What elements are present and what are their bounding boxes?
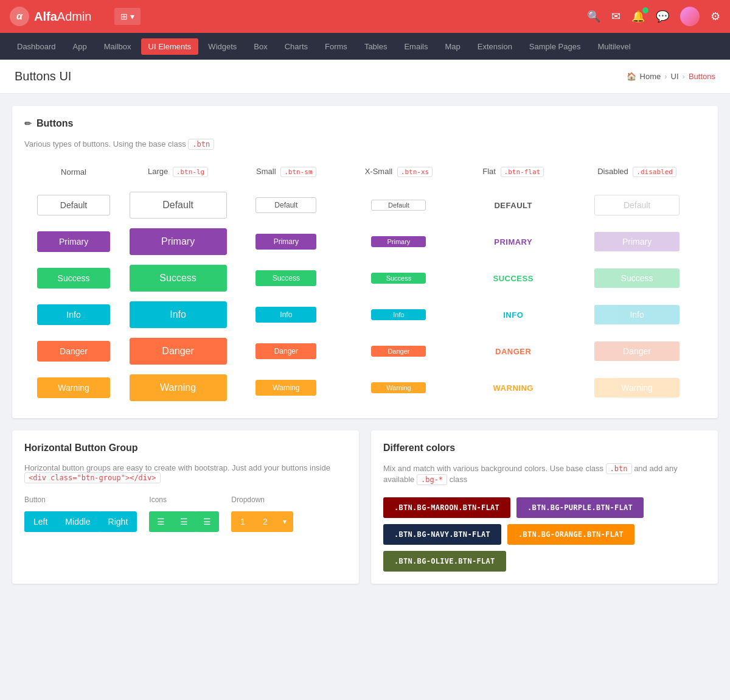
dropdown-btn-2[interactable]: 2 <box>254 511 276 532</box>
nav-dashboard[interactable]: Dashboard <box>10 38 63 55</box>
col-flat: Flat .btn-flat <box>458 162 568 187</box>
edit-icon: ✏ <box>24 119 32 128</box>
nav-charts[interactable]: Charts <box>277 38 315 55</box>
avatar[interactable] <box>680 7 700 26</box>
alfa-icon: α <box>10 7 29 26</box>
group-label-icons: Icons <box>149 495 219 504</box>
grid-chevron: ▾ <box>130 12 134 21</box>
btn-bg-orange[interactable]: .BTN.BG-ORANGE.BTN-FLAT <box>507 524 634 545</box>
gear-icon[interactable]: ⚙ <box>711 10 720 23</box>
btn-info-xsmall[interactable]: Info <box>371 309 426 320</box>
btn-danger-flat[interactable]: DANGER <box>477 342 550 361</box>
table-row: Default Default Default Default DEFAULT … <box>24 187 706 223</box>
btn-icon-1[interactable]: ☰ <box>149 511 172 532</box>
btn-primary-normal[interactable]: Primary <box>37 231 110 252</box>
col-large: Large .btn-lg <box>123 162 233 187</box>
breadcrumb-ui[interactable]: UI <box>671 72 679 81</box>
btn-left[interactable]: Left <box>24 511 56 532</box>
page-header: Buttons UI 🏠 Home › UI › Buttons <box>0 60 730 94</box>
avatar-image <box>680 7 700 26</box>
btn-primary-xsmall[interactable]: Primary <box>371 236 426 247</box>
btn-info-flat[interactable]: INFO <box>477 306 550 324</box>
btn-success-large[interactable]: Success <box>130 265 227 292</box>
btn-warning-disabled: Warning <box>594 378 680 397</box>
btn-success-xsmall[interactable]: Success <box>371 273 426 284</box>
nav-app[interactable]: App <box>66 38 94 55</box>
breadcrumb-current: Buttons <box>689 72 715 81</box>
mail-icon[interactable]: ✉ <box>611 10 620 23</box>
nav-ui-elements[interactable]: UI Elements <box>141 38 199 55</box>
nav-multilevel[interactable]: Multilevel <box>590 38 638 55</box>
btn-default-large[interactable]: Default <box>130 192 227 219</box>
btn-default-small[interactable]: Default <box>255 197 316 213</box>
btn-bg-navy[interactable]: .BTN.BG-NAVY.BTN-FLAT <box>383 524 501 545</box>
different-colors-card: Different colors Mix and match with vari… <box>371 430 718 584</box>
btn-info-normal[interactable]: Info <box>37 304 110 325</box>
breadcrumb-sep1: › <box>664 72 667 81</box>
col-xsmall: X-Small .btn-xs <box>339 162 459 187</box>
secondary-navigation: Dashboard App Mailbox UI Elements Widget… <box>0 33 730 60</box>
bell-icon[interactable]: 🔔 <box>631 10 645 23</box>
bottom-cards: Horizontal Button Group Horizontal butto… <box>12 430 718 596</box>
btn-success-flat[interactable]: SUCCESS <box>477 269 550 288</box>
btn-primary-small[interactable]: Primary <box>255 234 316 250</box>
bg-class-inline: .bg-* <box>417 474 447 485</box>
btn-warning-xsmall[interactable]: Warning <box>371 382 426 393</box>
dropdown-btn-1[interactable]: 1 <box>231 511 254 532</box>
btn-icon-2[interactable]: ☰ <box>172 511 195 532</box>
nav-mailbox[interactable]: Mailbox <box>97 38 139 55</box>
icon-group: ☰ ☰ ☰ <box>149 511 219 532</box>
btn-default-normal[interactable]: Default <box>37 195 110 215</box>
chat-icon[interactable]: 💬 <box>656 10 669 23</box>
search-icon[interactable]: 🔍 <box>587 10 600 23</box>
btn-bg-maroon[interactable]: .BTN.BG-MAROON.BTN-FLAT <box>383 497 510 518</box>
base-class-inline: .btn <box>606 463 632 474</box>
btn-primary-large[interactable]: Primary <box>130 228 227 255</box>
btn-primary-disabled: Primary <box>594 232 680 251</box>
different-colors-title: Different colors <box>383 443 706 453</box>
table-row: Warning Warning Warning Warning WARNING … <box>24 369 706 406</box>
btn-success-normal[interactable]: Success <box>37 268 110 289</box>
col-disabled: Disabled .disabled <box>568 162 706 187</box>
btn-bg-olive[interactable]: .BTN.BG-OLIVE.BTN-FLAT <box>383 551 506 572</box>
dropdown-arrow[interactable]: ▾ <box>276 511 293 532</box>
nav-sample-pages[interactable]: Sample Pages <box>522 38 588 55</box>
table-row: Danger Danger Danger Danger DANGER Dange… <box>24 333 706 369</box>
btn-primary-flat[interactable]: PRIMARY <box>477 233 550 251</box>
brand-logo[interactable]: α AlfaAdmin <box>10 7 107 26</box>
btn-default-xsmall[interactable]: Default <box>371 200 426 211</box>
btn-danger-large[interactable]: Danger <box>130 338 227 365</box>
btn-danger-small[interactable]: Danger <box>255 343 316 359</box>
table-row: Primary Primary Primary Primary PRIMARY … <box>24 223 706 260</box>
btn-warning-large[interactable]: Warning <box>130 374 227 401</box>
btn-right[interactable]: Right <box>99 511 137 532</box>
nav-widgets[interactable]: Widgets <box>201 38 244 55</box>
nav-extension[interactable]: Extension <box>470 38 520 55</box>
btn-info-large[interactable]: Info <box>130 301 227 328</box>
horizontal-group-code: <div class="btn-group"></div> <box>24 472 161 483</box>
btn-default-flat[interactable]: DEFAULT <box>477 196 550 215</box>
btn-group-col-dropdown: Dropdown 1 2 ▾ <box>231 495 293 532</box>
btn-warning-small[interactable]: Warning <box>255 380 316 396</box>
home-icon: 🏠 <box>627 72 636 81</box>
btn-bg-purple[interactable]: .BTN.BG-PURPLE.BTN-FLAT <box>516 497 644 518</box>
btn-icon-3[interactable]: ☰ <box>195 511 219 532</box>
btn-danger-normal[interactable]: Danger <box>37 341 110 362</box>
breadcrumb-home[interactable]: Home <box>640 72 661 81</box>
btn-default-disabled: Default <box>594 195 680 215</box>
card-title-text: Buttons <box>36 118 73 129</box>
btn-warning-normal[interactable]: Warning <box>37 377 110 398</box>
btn-success-small[interactable]: Success <box>255 270 316 286</box>
btn-warning-flat[interactable]: WARNING <box>477 379 550 397</box>
nav-map[interactable]: Map <box>437 38 467 55</box>
btn-info-small[interactable]: Info <box>255 307 316 323</box>
nav-emails[interactable]: Emails <box>397 38 435 55</box>
grid-menu-button[interactable]: ⊞ ▾ <box>114 8 141 25</box>
nav-box[interactable]: Box <box>246 38 274 55</box>
nav-forms[interactable]: Forms <box>318 38 355 55</box>
horizontal-group-title: Horizontal Button Group <box>24 443 347 453</box>
btn-middle[interactable]: Middle <box>56 511 99 532</box>
btn-danger-xsmall[interactable]: Danger <box>371 346 426 357</box>
nav-tables[interactable]: Tables <box>357 38 395 55</box>
top-navigation: α AlfaAdmin ⊞ ▾ 🔍 ✉ 🔔 💬 ⚙ <box>0 0 730 33</box>
